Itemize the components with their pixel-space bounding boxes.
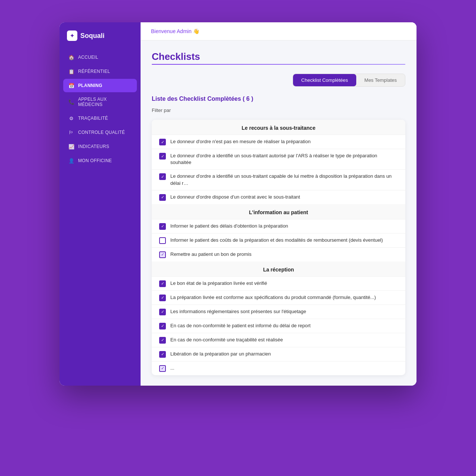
checkbox[interactable]: ✓: [159, 323, 166, 329]
section-title: Le recours à la sous-traitance: [152, 120, 405, 135]
checkbox[interactable]: ✓: [159, 173, 166, 180]
checklist-item: Informer le patient des coûts de la prép…: [152, 233, 405, 247]
checkbox-label: Informer le patient des coûts de la prép…: [170, 237, 383, 244]
checklist-item: ✓ Les informations réglementaires sont p…: [152, 305, 405, 319]
checklist-item: ✓ Le bon état de la préparation livrée e…: [152, 276, 405, 290]
sidebar-label-indicateurs: INDICATEURS: [78, 144, 109, 149]
checklist-item: ✓ Remettre au patient un bon de promis: [152, 247, 405, 261]
tabs-container: Checklist ComplètéesMes Templates: [152, 74, 405, 87]
checklist-item: ✓ ...: [152, 361, 405, 375]
checkbox[interactable]: ✓: [159, 251, 166, 258]
sidebar-label-accueil: ACCUEIL: [78, 55, 98, 60]
checkbox-label: Le donneur d'ordre a identifié un sous-t…: [170, 152, 398, 166]
checkbox-label: ...: [170, 365, 174, 372]
sidebar-label-referentiel: RÉFÉRENTIEL: [78, 69, 110, 74]
checkbox-label: Le bon état de la préparation livrée est…: [170, 280, 267, 287]
checkbox-label: Informer le patient des délais d'obtenti…: [170, 223, 288, 229]
checkbox-label: En cas de non-conformité le patient est …: [170, 322, 311, 329]
sidebar-label-appels: APPELS AUX MÉDECINS: [78, 97, 132, 107]
sidebar-item-officine[interactable]: 👤 MON OFFICINE: [63, 154, 137, 167]
page-title: Checklists: [152, 51, 405, 62]
checklist-item: ✓ En cas de non-conformité le patient es…: [152, 319, 405, 333]
planning-icon: 📅: [68, 83, 74, 89]
section-title: La réception: [152, 261, 405, 276]
checkbox[interactable]: ✓: [159, 194, 166, 201]
sidebar-label-officine: MON OFFICINE: [78, 158, 112, 163]
sidebar-item-referentiel[interactable]: 📋 RÉFÉRENTIEL: [63, 65, 137, 78]
filter-bar: Filter par: [152, 107, 405, 113]
checklist-item: ✓ Le donneur d'ordre n'est pas en mesure…: [152, 135, 405, 149]
checklist-item: ✓ Le donneur d'ordre a identifié un sous…: [152, 149, 405, 169]
checklist-item: ✓ Le donneur d'ordre a identifié un sous…: [152, 169, 405, 190]
sidebar-item-indicateurs[interactable]: 📈 INDICATEURS: [63, 140, 137, 153]
referentiel-icon: 📋: [68, 68, 74, 74]
browser-window: ✦ Soquali 🏠 ACCUEIL 📋 RÉFÉRENTIEL 📅 PLAN…: [60, 22, 416, 386]
sidebar-label-tracabilite: TRAÇABILITÉ: [78, 116, 108, 121]
content-area: Checklists Checklist ComplètéesMes Templ…: [141, 41, 416, 386]
filter-label: Filter par: [152, 107, 171, 113]
section-title: L'information au patient: [152, 204, 405, 219]
logo-icon: ✦: [67, 30, 77, 41]
list-header: Liste des Checklist Complètées ( 6 ): [152, 96, 405, 102]
sidebar-item-appels[interactable]: 📞 APPELS AUX MÉDECINS: [63, 93, 137, 111]
tracabilite-icon: ⚙: [68, 115, 74, 121]
main-content: Bienvenue Admin 👋 Checklists Checklist C…: [141, 22, 416, 386]
indicateurs-icon: 📈: [68, 144, 74, 149]
appels-icon: 📞: [68, 99, 74, 105]
checkbox[interactable]: ✓: [159, 365, 166, 372]
checkbox-label: En cas de non-conformité une traçabilité…: [170, 337, 283, 343]
checkbox[interactable]: ✓: [159, 223, 166, 230]
sidebar-item-tracabilite[interactable]: ⚙ TRAÇABILITÉ: [63, 112, 137, 125]
checklist-card: Le recours à la sous-traitance ✓ Le donn…: [152, 120, 405, 375]
checkbox-label: Le donneur d'ordre n'est pas en mesure d…: [170, 138, 311, 145]
checkbox[interactable]: [159, 237, 166, 244]
checklist-item: ✓ En cas de non-conformité une traçabili…: [152, 333, 405, 347]
logo-text: Soquali: [80, 32, 104, 40]
top-bar: Bienvenue Admin 👋: [141, 22, 416, 41]
officine-icon: 👤: [68, 158, 74, 164]
controle-icon: 🏳: [68, 129, 74, 135]
checklist-item: ✓ La préparation livrée est conforme aux…: [152, 290, 405, 305]
checkbox[interactable]: ✓: [159, 280, 166, 287]
checkbox[interactable]: ✓: [159, 309, 166, 315]
welcome-message: Bienvenue Admin 👋: [151, 28, 199, 34]
sidebar: ✦ Soquali 🏠 ACCUEIL 📋 RÉFÉRENTIEL 📅 PLAN…: [60, 22, 141, 386]
sidebar-item-controle[interactable]: 🏳 CONTROLE QUALITÉ: [63, 126, 137, 139]
checklist-item: ✓ Le donneur d'ordre dispose d'un contra…: [152, 190, 405, 204]
checkbox-label: Le donneur d'ordre a identifié un sous-t…: [170, 173, 398, 186]
tab-completed[interactable]: Checklist Complètées: [293, 74, 356, 86]
checkbox-label: La préparation livrée est conforme aux s…: [170, 294, 376, 301]
title-underline: [152, 64, 405, 65]
sidebar-item-accueil[interactable]: 🏠 ACCUEIL: [63, 51, 137, 64]
checkbox-label: Le donneur d'ordre dispose d'un contrat …: [170, 194, 300, 200]
accueil-icon: 🏠: [68, 54, 74, 60]
checkbox-label: Libération de la préparation par un phar…: [170, 351, 271, 357]
sidebar-label-controle: CONTROLE QUALITÉ: [78, 130, 125, 135]
checkbox[interactable]: ✓: [159, 295, 166, 301]
sidebar-logo: ✦ Soquali: [60, 22, 141, 49]
sidebar-label-planning: PLANNING: [78, 83, 102, 88]
sidebar-item-planning[interactable]: 📅 PLANNING: [63, 79, 137, 92]
checkbox[interactable]: ✓: [159, 351, 166, 358]
checkbox[interactable]: ✓: [159, 337, 166, 344]
checkbox[interactable]: ✓: [159, 153, 166, 160]
sidebar-navigation: 🏠 ACCUEIL 📋 RÉFÉRENTIEL 📅 PLANNING 📞 APP…: [60, 49, 141, 169]
checkbox-label: Remettre au patient un bon de promis: [170, 251, 251, 258]
checkbox[interactable]: ✓: [159, 139, 166, 145]
checkbox-label: Les informations réglementaires sont pré…: [170, 308, 306, 315]
tab-templates[interactable]: Mes Templates: [356, 74, 405, 86]
checklist-item: ✓ Libération de la préparation par un ph…: [152, 347, 405, 361]
tabs-bar: Checklist ComplètéesMes Templates: [293, 74, 405, 87]
checklist-item: ✓ Informer le patient des délais d'obten…: [152, 219, 405, 233]
